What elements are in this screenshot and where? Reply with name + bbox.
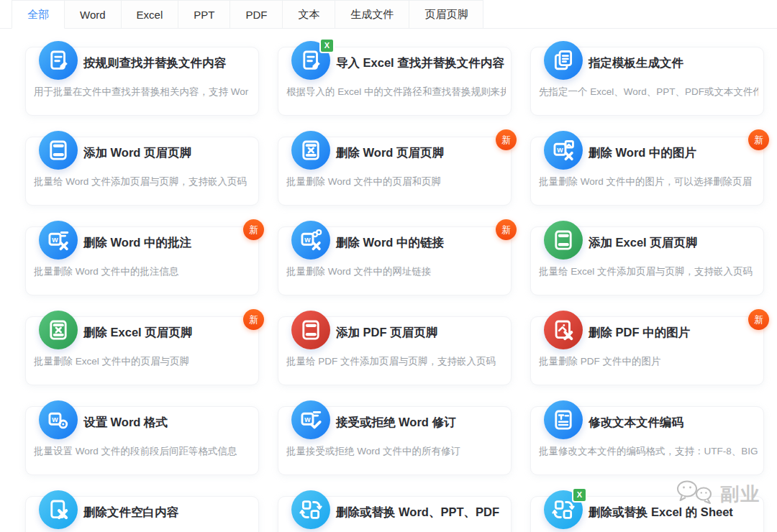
- excel-corner-badge: X: [572, 487, 587, 503]
- tool-card[interactable]: 修改文本文件编码批量修改文本文件的编码格式，支持：UTF-8、BIG: [530, 406, 764, 475]
- card-title: 删除或替换 Word、PPT、PDF: [336, 497, 499, 528]
- svg-text:w: w: [556, 145, 563, 154]
- tool-card[interactable]: X导入 Excel 查找并替换文件内容根据导入的 Excel 中的文件路径和查找…: [278, 47, 512, 116]
- card-title: 删除 Word 中的图片: [589, 137, 696, 169]
- card-description: 批量给 Excel 文件添加页眉与页脚，支持嵌入页码: [539, 265, 758, 278]
- tab-bar: 全部WordExcelPPTPDF文本生成文件页眉页脚: [0, 0, 777, 29]
- card-title: 删除 Word 页眉页脚: [336, 137, 444, 169]
- tool-card[interactable]: X删除或替换 Excel 的 Sheet: [530, 496, 764, 532]
- page-x-icon: [39, 490, 78, 529]
- card-description: 批量删除 PDF 文件中的图片: [539, 355, 758, 368]
- tab-文本[interactable]: 文本: [282, 0, 335, 28]
- page-header-footer-icon: [544, 221, 583, 260]
- card-title: 删除或替换 Excel 的 Sheet: [589, 497, 733, 528]
- tab-生成文件[interactable]: 生成文件: [335, 0, 409, 28]
- card-title: 接受或拒绝 Word 修订: [336, 407, 456, 439]
- card-title: 添加 Excel 页眉页脚: [589, 227, 697, 259]
- card-description: 批量删除 Excel 文件中的页眉与页脚: [34, 355, 253, 368]
- card-description: 批量设置 Word 文件的段前段后间距等格式信息: [34, 445, 253, 458]
- card-title: 删除 Excel 页眉页脚: [83, 317, 192, 349]
- tool-card[interactable]: 删除文件空白内容: [25, 496, 259, 532]
- text-doc-icon: [544, 400, 583, 439]
- card-title: 指定模板生成文件: [589, 47, 683, 79]
- card-title: 按规则查找并替换文件内容: [83, 47, 226, 79]
- swap-icon: [291, 490, 330, 529]
- card-description: 根据导入的 Excel 中的文件路径和查找替换规则来执: [286, 86, 506, 98]
- swap-icon: X: [544, 490, 583, 529]
- word-doc-gear-icon: w: [39, 400, 78, 439]
- new-badge: 新: [243, 219, 264, 240]
- tool-card[interactable]: 删除 PDF 中的图片批量删除 PDF 文件中的图片新: [530, 316, 764, 385]
- new-badge: 新: [496, 129, 517, 150]
- word-doc-image-x-icon: w: [544, 131, 583, 170]
- card-description: 批量修改文本文件的编码格式，支持：UTF-8、BIG: [539, 445, 758, 458]
- page-header-footer-icon: [291, 311, 330, 349]
- tool-card[interactable]: 删除或替换 Word、PPT、PDF: [278, 496, 512, 532]
- tool-card[interactable]: w删除 Word 中的批注批量删除 Word 文件中的批注信息新: [25, 226, 259, 295]
- tool-card[interactable]: 指定模板生成文件先指定一个 Excel、Word、PPT、PDF或文本文件作: [530, 47, 764, 116]
- card-title: 删除 Word 中的批注: [83, 227, 191, 259]
- card-title: 设置 Word 格式: [83, 407, 168, 439]
- card-title: 添加 Word 页眉页脚: [83, 137, 191, 169]
- card-title: 导入 Excel 查找并替换文件内容: [336, 47, 504, 79]
- tab-PPT[interactable]: PPT: [178, 0, 230, 28]
- tab-Word[interactable]: Word: [64, 0, 122, 28]
- page-header-footer-x-icon: [39, 311, 78, 349]
- card-title: 删除 PDF 中的图片: [589, 317, 690, 349]
- new-badge: 新: [243, 309, 264, 330]
- card-description: 批量给 Word 文件添加页眉与页脚，支持嵌入页码: [34, 175, 253, 188]
- card-description: 批量删除 Word 文件中的批注信息: [34, 265, 253, 278]
- tool-card[interactable]: 添加 Word 页眉页脚批量给 Word 文件添加页眉与页脚，支持嵌入页码: [25, 137, 259, 206]
- new-badge: 新: [496, 219, 517, 240]
- card-description: 批量删除 Word 文件中的网址链接: [286, 265, 506, 278]
- tool-card[interactable]: 删除 Word 页眉页脚批量删除 Word 文件中的页眉和页脚新: [278, 137, 512, 206]
- tab-PDF[interactable]: PDF: [230, 0, 283, 28]
- card-title: 修改文本文件编码: [589, 407, 683, 439]
- page-header-footer-x-icon: [291, 131, 330, 170]
- card-description: 批量接受或拒绝 Word 文件中的所有修订: [286, 445, 506, 458]
- card-title: 添加 PDF 页眉页脚: [336, 317, 437, 349]
- tool-card[interactable]: 添加 PDF 页眉页脚批量给 PDF 文件添加页眉与页脚，支持嵌入页码: [278, 316, 512, 385]
- svg-text:w: w: [304, 235, 311, 244]
- doc-pencil-icon: [39, 41, 78, 80]
- svg-text:w: w: [51, 415, 58, 423]
- card-title: 删除 Word 中的链接: [336, 227, 444, 259]
- tool-card-grid: 按规则查找并替换文件内容用于批量在文件中查找并替换相关内容，支持 WorX导入 …: [25, 47, 764, 532]
- docs-stack-icon: [544, 41, 583, 80]
- tab-全部[interactable]: 全部: [12, 0, 65, 29]
- tab-页眉页脚[interactable]: 页眉页脚: [409, 0, 483, 28]
- word-doc-check-icon: w: [291, 400, 330, 439]
- new-badge: 新: [748, 309, 769, 330]
- card-description: 批量删除 Word 文件中的图片，可以选择删除页眉: [539, 175, 758, 188]
- tool-card[interactable]: 添加 Excel 页眉页脚批量给 Excel 文件添加页眉与页脚，支持嵌入页码: [530, 226, 764, 295]
- doc-pencil-icon: X: [291, 41, 330, 80]
- card-title: 删除文件空白内容: [83, 497, 178, 528]
- image-x-icon: [544, 311, 583, 349]
- tab-Excel[interactable]: Excel: [121, 0, 179, 28]
- tool-card[interactable]: 按规则查找并替换文件内容用于批量在文件中查找并替换相关内容，支持 Wor: [25, 47, 259, 116]
- svg-text:w: w: [51, 235, 58, 244]
- card-description: 批量删除 Word 文件中的页眉和页脚: [286, 175, 506, 188]
- new-badge: 新: [748, 129, 769, 150]
- card-description: 批量给 PDF 文件添加页眉与页脚，支持嵌入页码: [286, 355, 506, 368]
- tool-card[interactable]: w删除 Word 中的链接批量删除 Word 文件中的网址链接新: [278, 226, 512, 295]
- tool-card[interactable]: w设置 Word 格式批量设置 Word 文件的段前段后间距等格式信息: [25, 406, 259, 475]
- tool-card[interactable]: 删除 Excel 页眉页脚批量删除 Excel 文件中的页眉与页脚新: [25, 316, 259, 385]
- excel-corner-badge: X: [319, 38, 335, 53]
- tool-card[interactable]: w接受或拒绝 Word 修订批量接受或拒绝 Word 文件中的所有修订: [278, 406, 512, 475]
- word-doc-note-x-icon: w: [39, 221, 78, 260]
- word-doc-link-x-icon: w: [291, 221, 330, 260]
- card-description: 用于批量在文件中查找并替换相关内容，支持 Wor: [34, 86, 253, 98]
- tool-card[interactable]: w删除 Word 中的图片批量删除 Word 文件中的图片，可以选择删除页眉新: [530, 137, 764, 206]
- card-description: 先指定一个 Excel、Word、PPT、PDF或文本文件作: [539, 86, 758, 98]
- page-header-footer-icon: [39, 131, 78, 170]
- svg-text:w: w: [304, 415, 311, 423]
